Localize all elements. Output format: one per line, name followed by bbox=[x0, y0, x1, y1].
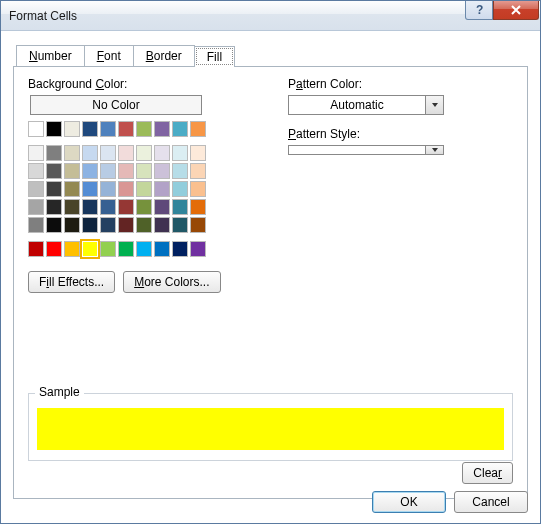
tab-font[interactable]: Font bbox=[84, 45, 134, 66]
sample-group: Sample bbox=[28, 393, 513, 461]
color-swatch[interactable] bbox=[100, 241, 116, 257]
color-swatch[interactable] bbox=[82, 121, 98, 137]
color-swatch[interactable] bbox=[154, 241, 170, 257]
color-swatch[interactable] bbox=[100, 199, 116, 215]
color-swatch[interactable] bbox=[190, 241, 206, 257]
color-swatch[interactable] bbox=[172, 241, 188, 257]
color-swatch[interactable] bbox=[136, 181, 152, 197]
color-swatch[interactable] bbox=[190, 217, 206, 233]
color-swatch[interactable] bbox=[190, 163, 206, 179]
color-swatch[interactable] bbox=[82, 145, 98, 161]
color-swatch[interactable] bbox=[154, 121, 170, 137]
color-swatch[interactable] bbox=[82, 163, 98, 179]
color-swatch[interactable] bbox=[82, 241, 98, 257]
color-swatch[interactable] bbox=[64, 181, 80, 197]
color-swatch[interactable] bbox=[64, 241, 80, 257]
color-swatch[interactable] bbox=[172, 181, 188, 197]
tab-fill[interactable]: Fill bbox=[194, 46, 235, 67]
sample-label: Sample bbox=[35, 385, 84, 399]
color-swatch[interactable] bbox=[118, 241, 134, 257]
color-swatch[interactable] bbox=[100, 145, 116, 161]
no-color-button[interactable]: No Color bbox=[30, 95, 202, 115]
color-swatch[interactable] bbox=[28, 181, 44, 197]
color-swatch[interactable] bbox=[136, 241, 152, 257]
color-swatch[interactable] bbox=[118, 145, 134, 161]
color-swatch-grid bbox=[28, 121, 248, 257]
color-swatch[interactable] bbox=[100, 163, 116, 179]
svg-text:?: ? bbox=[476, 4, 483, 16]
window-buttons: ? bbox=[465, 1, 540, 20]
color-swatch[interactable] bbox=[64, 145, 80, 161]
pattern-color-combo[interactable]: Automatic bbox=[288, 95, 444, 115]
color-swatch[interactable] bbox=[118, 217, 134, 233]
cancel-button[interactable]: Cancel bbox=[454, 491, 528, 513]
pattern-color-label: Pattern Color: bbox=[288, 77, 513, 91]
format-cells-dialog: Format Cells ? Number Font Border Fill B… bbox=[0, 0, 541, 524]
color-swatch[interactable] bbox=[154, 199, 170, 215]
fill-effects-button[interactable]: Fill Effects... bbox=[28, 271, 115, 293]
tab-border[interactable]: Border bbox=[133, 45, 195, 66]
pattern-style-combo[interactable] bbox=[288, 145, 444, 155]
color-swatch[interactable] bbox=[190, 181, 206, 197]
more-colors-button[interactable]: More Colors... bbox=[123, 271, 220, 293]
color-swatch[interactable] bbox=[64, 121, 80, 137]
tab-strip: Number Font Border Fill bbox=[13, 45, 528, 67]
color-swatch[interactable] bbox=[28, 241, 44, 257]
color-swatch[interactable] bbox=[136, 145, 152, 161]
close-icon bbox=[510, 4, 522, 16]
color-swatch[interactable] bbox=[82, 217, 98, 233]
clear-button[interactable]: Clear bbox=[462, 462, 513, 484]
titlebar: Format Cells ? bbox=[1, 1, 540, 31]
color-swatch[interactable] bbox=[136, 121, 152, 137]
color-swatch[interactable] bbox=[28, 145, 44, 161]
color-swatch[interactable] bbox=[118, 163, 134, 179]
color-swatch[interactable] bbox=[136, 217, 152, 233]
color-swatch[interactable] bbox=[136, 199, 152, 215]
color-swatch[interactable] bbox=[64, 217, 80, 233]
color-swatch[interactable] bbox=[118, 181, 134, 197]
color-swatch[interactable] bbox=[172, 145, 188, 161]
color-swatch[interactable] bbox=[46, 217, 62, 233]
color-swatch[interactable] bbox=[28, 217, 44, 233]
background-color-label: Background Color: bbox=[28, 77, 248, 91]
color-swatch[interactable] bbox=[46, 181, 62, 197]
pattern-style-label: Pattern Style: bbox=[288, 127, 513, 141]
help-icon: ? bbox=[473, 4, 485, 16]
color-swatch[interactable] bbox=[82, 199, 98, 215]
color-swatch[interactable] bbox=[172, 163, 188, 179]
help-button[interactable]: ? bbox=[465, 1, 493, 20]
pattern-color-value: Automatic bbox=[289, 96, 425, 114]
color-swatch[interactable] bbox=[154, 145, 170, 161]
color-swatch[interactable] bbox=[136, 163, 152, 179]
color-swatch[interactable] bbox=[172, 121, 188, 137]
color-swatch[interactable] bbox=[46, 199, 62, 215]
color-swatch[interactable] bbox=[154, 181, 170, 197]
tab-number[interactable]: Number bbox=[16, 45, 85, 66]
color-swatch[interactable] bbox=[118, 199, 134, 215]
pattern-style-value bbox=[289, 146, 425, 154]
dialog-buttons: OK Cancel bbox=[372, 491, 528, 513]
color-swatch[interactable] bbox=[28, 121, 44, 137]
color-swatch[interactable] bbox=[46, 121, 62, 137]
color-swatch[interactable] bbox=[82, 181, 98, 197]
color-swatch[interactable] bbox=[100, 121, 116, 137]
color-swatch[interactable] bbox=[46, 145, 62, 161]
color-swatch[interactable] bbox=[100, 217, 116, 233]
color-swatch[interactable] bbox=[28, 199, 44, 215]
color-swatch[interactable] bbox=[118, 121, 134, 137]
color-swatch[interactable] bbox=[64, 199, 80, 215]
color-swatch[interactable] bbox=[190, 199, 206, 215]
color-swatch[interactable] bbox=[46, 163, 62, 179]
color-swatch[interactable] bbox=[28, 163, 44, 179]
color-swatch[interactable] bbox=[172, 199, 188, 215]
close-button[interactable] bbox=[493, 1, 539, 20]
color-swatch[interactable] bbox=[64, 163, 80, 179]
color-swatch[interactable] bbox=[154, 163, 170, 179]
color-swatch[interactable] bbox=[100, 181, 116, 197]
color-swatch[interactable] bbox=[154, 217, 170, 233]
color-swatch[interactable] bbox=[172, 217, 188, 233]
color-swatch[interactable] bbox=[46, 241, 62, 257]
color-swatch[interactable] bbox=[190, 145, 206, 161]
color-swatch[interactable] bbox=[190, 121, 206, 137]
ok-button[interactable]: OK bbox=[372, 491, 446, 513]
